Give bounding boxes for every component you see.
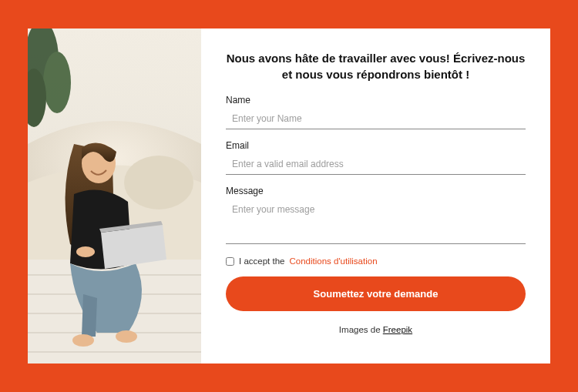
svg-point-15 [116, 330, 137, 343]
terms-link[interactable]: Conditions d'utilisation [289, 256, 377, 266]
message-input[interactable] [226, 199, 526, 244]
svg-point-13 [76, 246, 95, 257]
svg-point-4 [124, 156, 193, 209]
consent-text: I accept the [239, 256, 284, 266]
credit-prefix: Images de [339, 325, 383, 334]
name-label: Name [226, 95, 526, 106]
consent-checkbox[interactable] [226, 257, 234, 266]
name-input[interactable] [226, 109, 526, 129]
form-title: Nous avons hâte de travailler avec vous!… [226, 50, 526, 82]
hero-image [28, 28, 201, 364]
submit-button[interactable]: Soumettez votre demande [226, 276, 526, 311]
email-label: Email [226, 140, 526, 151]
message-label: Message [226, 186, 526, 196]
consent-row: I accept the Conditions d'utilisation [226, 256, 526, 266]
form-panel: Nous avons hâte de travailler avec vous!… [201, 28, 550, 364]
svg-point-2 [43, 52, 71, 113]
credit-link[interactable]: Freepik [383, 325, 412, 334]
svg-point-14 [72, 334, 94, 347]
contact-card: Nous avons hâte de travailler avec vous!… [28, 28, 550, 364]
image-credit: Images de Freepik [226, 325, 526, 334]
email-input[interactable] [226, 154, 526, 175]
